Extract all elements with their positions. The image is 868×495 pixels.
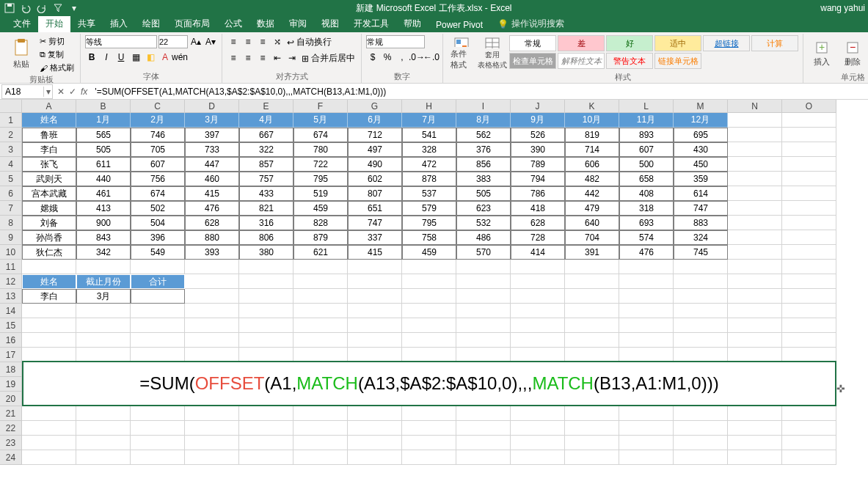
col-header[interactable]: M (674, 100, 728, 113)
row-header[interactable]: 9 (0, 230, 22, 245)
cell[interactable] (782, 304, 836, 318)
cell[interactable] (348, 318, 402, 333)
cell[interactable] (565, 318, 619, 333)
cell[interactable] (76, 304, 131, 318)
cell[interactable]: 532 (456, 216, 511, 230)
cell[interactable] (456, 406, 511, 421)
cell[interactable]: 430 (674, 142, 728, 157)
cell[interactable]: 570 (456, 245, 511, 260)
cell[interactable]: 482 (565, 172, 619, 186)
cell[interactable] (348, 348, 402, 362)
cell[interactable]: 440 (76, 172, 131, 186)
cell[interactable]: 747 (674, 201, 728, 216)
cell[interactable] (185, 450, 239, 465)
row-header[interactable]: 2 (0, 128, 22, 142)
cell[interactable] (131, 260, 185, 274)
cell[interactable] (348, 421, 402, 436)
cancel-icon[interactable]: ✕ (57, 87, 65, 97)
cell[interactable] (239, 260, 293, 274)
font-color-icon[interactable]: A (158, 51, 172, 64)
cell[interactable] (456, 274, 511, 289)
tab-layout[interactable]: 页面布局 (167, 15, 217, 32)
cell[interactable]: 602 (348, 172, 402, 186)
cell[interactable] (456, 289, 511, 304)
cell[interactable]: 607 (619, 142, 674, 157)
cell[interactable] (565, 421, 619, 436)
cell[interactable] (782, 333, 836, 348)
cell[interactable] (293, 260, 348, 274)
select-all-corner[interactable] (0, 100, 22, 113)
cell[interactable]: 745 (674, 245, 728, 260)
cell[interactable]: 414 (511, 245, 565, 260)
row-header[interactable]: 16 (0, 333, 22, 348)
cell[interactable] (782, 450, 836, 465)
cell[interactable] (565, 274, 619, 289)
cell[interactable]: 460 (185, 172, 239, 186)
cell[interactable] (728, 260, 782, 274)
cell[interactable] (619, 260, 674, 274)
cell[interactable]: 武则天 (22, 172, 76, 186)
cell[interactable] (131, 421, 185, 436)
cell[interactable]: 宫本武藏 (22, 186, 76, 201)
cell[interactable] (402, 421, 456, 436)
cell[interactable]: 843 (76, 230, 131, 245)
row-header[interactable]: 12 (0, 274, 22, 289)
cell[interactable]: 393 (185, 245, 239, 260)
cell[interactable]: 883 (674, 216, 728, 230)
cell[interactable]: 856 (456, 157, 511, 172)
cell[interactable] (185, 436, 239, 450)
row-header[interactable]: 23 (0, 436, 22, 450)
cell[interactable]: 786 (511, 186, 565, 201)
row-header[interactable]: 13 (0, 289, 22, 304)
cell[interactable] (565, 348, 619, 362)
row-header[interactable]: 11 (0, 260, 22, 274)
cell[interactable]: 390 (511, 142, 565, 157)
cell[interactable]: 712 (348, 128, 402, 142)
row-header[interactable]: 19 (0, 377, 22, 392)
cell[interactable] (728, 245, 782, 260)
cell-styles-gallery[interactable]: 常规 差 好 适中 超链接 计算 检查单元格 解释性文本 警告文本 链接单元格 (509, 35, 798, 69)
cell[interactable]: 505 (456, 186, 511, 201)
cell[interactable] (619, 318, 674, 333)
cell[interactable]: 674 (131, 186, 185, 201)
qat-more-icon[interactable]: ▾ (68, 1, 81, 15)
cell[interactable] (348, 436, 402, 450)
cell[interactable] (728, 421, 782, 436)
cell[interactable] (293, 289, 348, 304)
cell[interactable]: 722 (293, 157, 348, 172)
cell[interactable]: 695 (674, 128, 728, 142)
cell[interactable] (782, 348, 836, 362)
cell[interactable]: 318 (619, 201, 674, 216)
cell[interactable] (131, 406, 185, 421)
row-header[interactable]: 24 (0, 450, 22, 465)
row-header[interactable]: 1 (0, 113, 22, 128)
cell[interactable]: 562 (456, 128, 511, 142)
cell[interactable]: 9月 (511, 113, 565, 128)
col-header[interactable]: L (619, 100, 674, 113)
col-header[interactable]: E (239, 100, 293, 113)
cell[interactable]: 795 (402, 216, 456, 230)
cell[interactable]: 418 (511, 201, 565, 216)
cell[interactable]: 447 (185, 157, 239, 172)
cell[interactable] (22, 333, 76, 348)
cell[interactable] (565, 289, 619, 304)
cell[interactable] (131, 304, 185, 318)
cell[interactable] (131, 450, 185, 465)
cell[interactable]: 756 (131, 172, 185, 186)
tab-home[interactable]: 开始 (38, 15, 70, 32)
cell[interactable] (293, 450, 348, 465)
cell[interactable]: 476 (619, 245, 674, 260)
tab-powerpivot[interactable]: Power Pivot (428, 18, 490, 32)
cell[interactable]: 537 (402, 186, 456, 201)
cell[interactable] (782, 421, 836, 436)
cell[interactable]: 姓名 (22, 274, 76, 289)
cell[interactable]: 合计 (131, 274, 185, 289)
cell[interactable] (782, 245, 836, 260)
row-header[interactable]: 21 (0, 406, 22, 421)
cell[interactable] (782, 260, 836, 274)
align-center-icon[interactable]: ≡ (241, 51, 255, 65)
cell[interactable] (239, 421, 293, 436)
row-header[interactable]: 7 (0, 201, 22, 216)
orientation-icon[interactable]: ⤭ (271, 35, 284, 48)
cell[interactable]: 628 (511, 216, 565, 230)
